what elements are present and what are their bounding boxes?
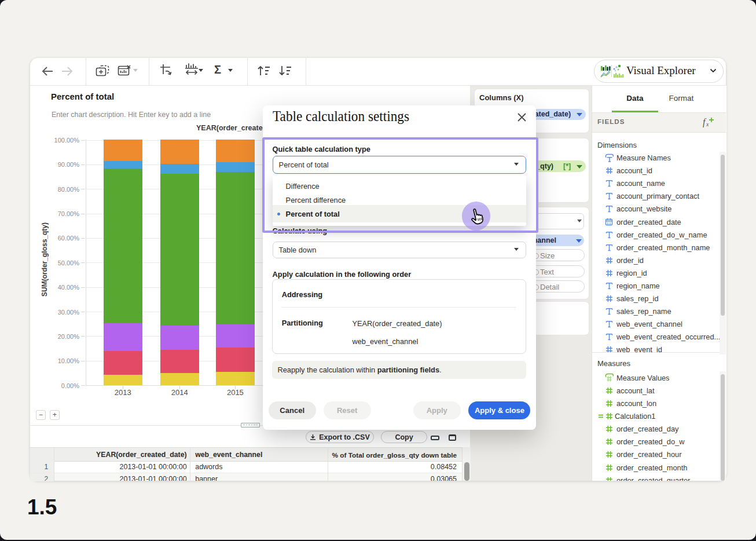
svg-text:x: x [706, 121, 709, 127]
